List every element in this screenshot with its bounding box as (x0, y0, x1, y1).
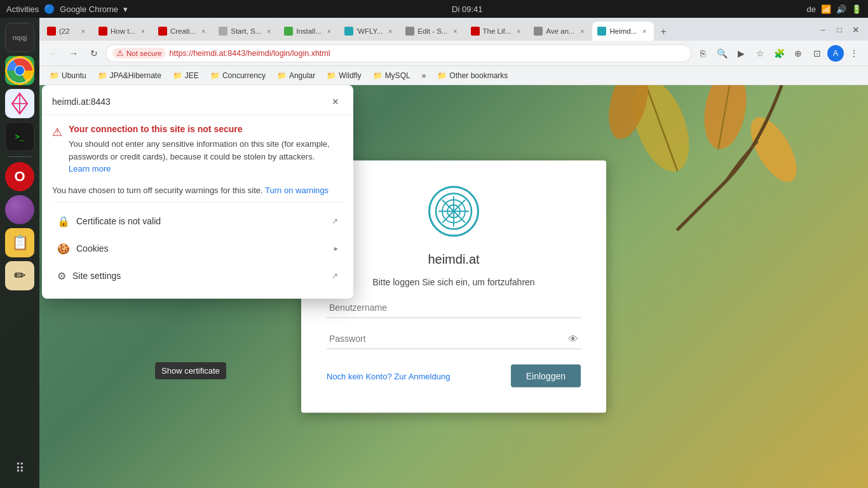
turn-on-link[interactable]: Turn on warnings (265, 186, 329, 195)
tab-close-8[interactable]: × (514, 27, 523, 36)
back-button[interactable]: ← (44, 44, 62, 62)
tab-6[interactable]: 'WFLY... × (339, 22, 400, 41)
bookmark-jpa[interactable]: 📁 JPA&Hibernate (93, 70, 166, 81)
volume-icon: 🔊 (836, 4, 846, 14)
bookmark-label: JPA&Hibernate (110, 71, 161, 80)
tab-close-4[interactable]: × (264, 27, 273, 36)
forward-button[interactable]: → (65, 44, 83, 62)
cookies-menu-item[interactable]: 🍪 Cookies ▸ (52, 235, 343, 262)
tab-1[interactable]: (22 × (42, 22, 93, 41)
tab-close-2[interactable]: × (139, 27, 147, 36)
folder-icon-jee: 📁 (173, 71, 182, 80)
dock-item-terminal[interactable]: >_ (5, 122, 34, 151)
app-menu-arrow[interactable]: ▾ (123, 4, 128, 14)
site-settings-label: Site settings (72, 271, 121, 281)
not-secure-badge[interactable]: ⚠ Not secure (112, 48, 166, 58)
folder-icon-jpa: 📁 (98, 71, 107, 80)
tab-3[interactable]: Creati... × (153, 22, 213, 41)
tab-close-9[interactable]: × (578, 27, 587, 36)
bookmark-other[interactable]: 📁 Other bookmarks (432, 70, 513, 81)
keyboard-layout[interactable]: de (807, 4, 816, 14)
toolbar-right: ⎘ 🔍 ▶ ☆ 🧩 ⊕ ⊡ A ⋮ (694, 44, 863, 62)
bookmark-angular[interactable]: 📁 Angular (272, 70, 320, 81)
reload-button[interactable]: ↻ (85, 44, 103, 62)
warning-icon: ⚠ (52, 125, 62, 139)
profile-button[interactable]: ⊕ (789, 44, 807, 62)
bookmark-wildfly[interactable]: 📁 Wildfly (322, 70, 366, 81)
chrome-toolbar: ← → ↻ ⚠ Not secure https://heimdi.at:844… (39, 41, 868, 66)
tab-5[interactable]: Install... × (279, 22, 339, 41)
popup-divider (52, 202, 343, 203)
turn-off-label: You have chosen to turn off security war… (52, 186, 263, 195)
tab-7[interactable]: Edit - S... × (400, 22, 465, 41)
tab-8[interactable]: The Lif... × (466, 22, 529, 41)
bookmark-mysql[interactable]: 📁 MySQL (368, 70, 416, 81)
password-input[interactable] (327, 329, 581, 349)
not-secure-label: Not secure (126, 50, 162, 57)
cast-button[interactable]: ⎘ (694, 44, 712, 62)
bookmark-concurrency[interactable]: 📁 Concurrency (205, 70, 271, 81)
zoom-button[interactable]: 🔍 (713, 44, 731, 62)
tab-close-10[interactable]: × (640, 27, 649, 36)
tab-close-6[interactable]: × (386, 27, 395, 36)
bookmark-ubuntu[interactable]: 📁 Ubuntu (44, 70, 92, 81)
bookmark-jee[interactable]: 📁 JEE (168, 70, 204, 81)
dock-item-opera[interactable]: O (5, 162, 34, 191)
dock-item-chrome[interactable] (5, 56, 34, 85)
certificate-label: Certificate is not valid (76, 216, 161, 226)
warning-title: Your connection to this site is not secu… (69, 124, 343, 134)
bookmark-label: Wildfly (339, 71, 361, 80)
popup-close-button[interactable]: ✕ (328, 94, 343, 109)
login-bottom: Noch kein Konto? Zur Anmeldung Einloggen (327, 365, 581, 388)
sidebar-button[interactable]: ⊡ (808, 44, 826, 62)
bookmark-button[interactable]: ☆ (751, 44, 769, 62)
tab-close-1[interactable]: × (79, 27, 88, 36)
tabs-area: (22 × How t... × Creati... × Start, S...… (39, 18, 868, 41)
folder-icon-other: 📁 (437, 71, 447, 80)
user-avatar[interactable]: A (827, 45, 844, 62)
dock-item-kite[interactable] (5, 89, 34, 118)
tab-9[interactable]: Ave an... × (529, 22, 592, 41)
dock-item-notes[interactable]: 📋 (5, 228, 34, 257)
cookies-icon: 🍪 (57, 243, 70, 255)
site-settings-menu-item[interactable]: ⚙ Site settings ↗ (52, 262, 343, 290)
dock-item-purple[interactable] (5, 195, 34, 224)
tab-close-7[interactable]: × (451, 27, 460, 36)
close-button[interactable]: ✕ (849, 23, 863, 37)
maximize-button[interactable]: □ (832, 23, 846, 37)
bookmark-label: Ubuntu (62, 71, 86, 80)
tab-close-5[interactable]: × (325, 27, 334, 36)
activities-label[interactable]: Activities (6, 4, 39, 14)
tab-close-3[interactable]: × (199, 27, 208, 36)
app-name-label: Google Chrome (60, 4, 118, 14)
bookmark-more[interactable]: » (417, 70, 431, 81)
username-input[interactable] (327, 297, 581, 318)
address-bar[interactable]: ⚠ Not secure https://heimdi.at:8443/heim… (105, 44, 691, 62)
dock-item-nqqj[interactable]: nqqj (5, 23, 34, 52)
wifi-icon: 📶 (821, 4, 831, 14)
tab-2[interactable]: How t... × (93, 22, 153, 41)
popup-title: heimdi.at:8443 (52, 97, 111, 107)
minimize-button[interactable]: – (816, 23, 830, 37)
forward-page-button[interactable]: ▶ (732, 44, 750, 62)
dock-item-pencil[interactable]: ✏ (5, 261, 34, 290)
bookmark-label: Concurrency (222, 71, 266, 80)
bookmark-label: » (422, 71, 426, 80)
extension-puzzle-icon[interactable]: 🧩 (770, 44, 788, 62)
dock-item-apps[interactable]: ⠿ (5, 454, 34, 483)
certificate-menu-item[interactable]: 🔒 Certificate is not valid ↗ (52, 208, 343, 235)
register-link[interactable]: Noch kein Konto? Zur Anmeldung (327, 371, 450, 381)
login-button[interactable]: Einloggen (511, 365, 581, 388)
bookmark-label: MySQL (385, 71, 410, 80)
tab-10[interactable]: Heimd... × (592, 22, 654, 41)
more-menu-button[interactable]: ⋮ (845, 44, 863, 62)
tab-4[interactable]: Start, S... × (214, 22, 278, 41)
certificate-icon: 🔒 (57, 215, 70, 227)
password-wrapper: 👁 (327, 329, 581, 349)
learn-more-link[interactable]: Learn more (69, 164, 111, 173)
application-dock: nqqj >_ O 📋 ✏ ⠿ (0, 18, 39, 488)
password-toggle-icon[interactable]: 👁 (568, 333, 578, 344)
new-tab-button[interactable]: + (654, 23, 672, 41)
system-time: Di 09:41 (452, 4, 482, 14)
svg-point-5 (698, 85, 752, 152)
